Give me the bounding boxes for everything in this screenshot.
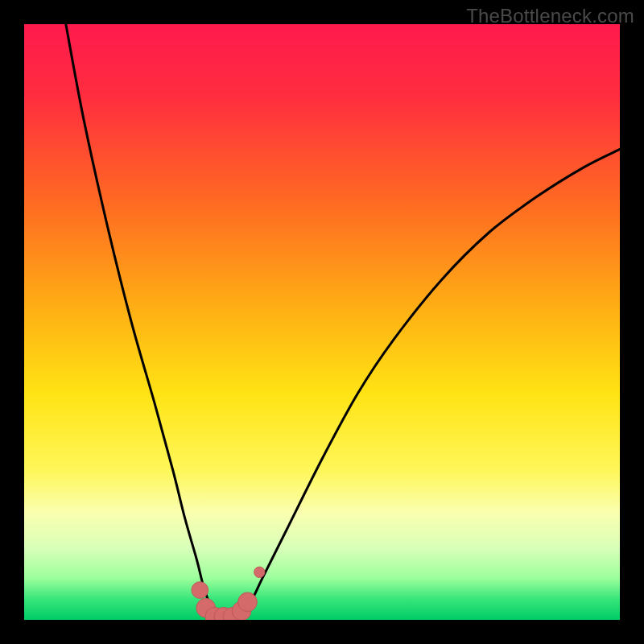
marker-dot [192, 582, 208, 599]
plot-area [24, 24, 620, 620]
chart-frame: TheBottleneck.com [0, 0, 644, 644]
chart-svg [24, 24, 620, 620]
gradient-background [24, 24, 620, 620]
marker-dot [238, 592, 258, 612]
marker-dot [254, 567, 265, 577]
